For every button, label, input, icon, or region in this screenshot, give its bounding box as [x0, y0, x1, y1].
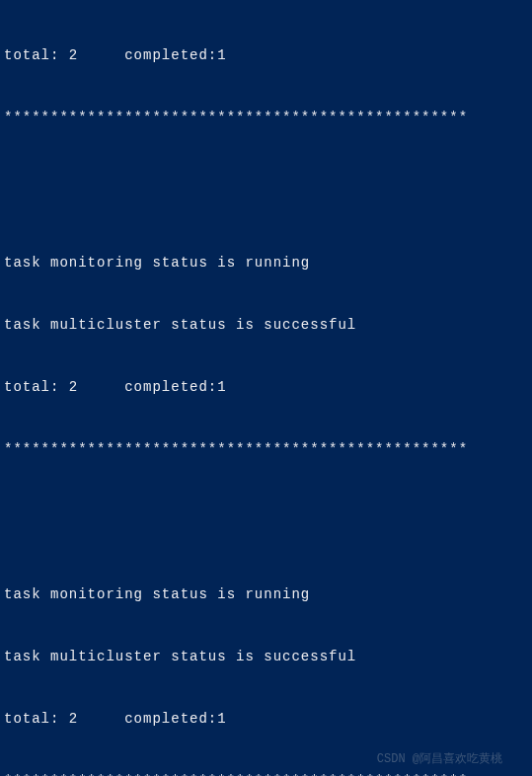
status-total: total: 2 completed:1 — [4, 45, 528, 66]
separator: ****************************************… — [4, 771, 528, 776]
blank-line — [4, 170, 528, 191]
task-status: task multicluster status is successful — [4, 315, 528, 336]
status-total: total: 2 completed:1 — [4, 709, 528, 730]
task-status: task multicluster status is successful — [4, 647, 528, 667]
watermark: CSDN @阿昌喜欢吃黄桃 — [377, 750, 502, 768]
separator: ****************************************… — [4, 439, 528, 460]
terminal-output: total: 2 completed:1 *******************… — [4, 4, 528, 776]
blank-line — [4, 502, 528, 522]
task-status: task monitoring status is running — [4, 584, 528, 605]
task-status: task monitoring status is running — [4, 253, 528, 273]
status-total: total: 2 completed:1 — [4, 377, 528, 398]
separator: ****************************************… — [4, 108, 528, 128]
